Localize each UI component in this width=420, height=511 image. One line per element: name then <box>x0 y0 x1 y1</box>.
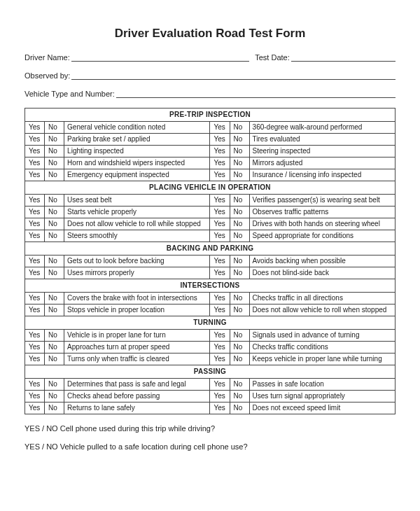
cell-yes[interactable]: Yes <box>210 169 230 181</box>
cell-yes[interactable]: Yes <box>210 379 230 391</box>
cell-item: 360-degree walk-around performed <box>249 122 395 134</box>
cell-yes[interactable]: Yes <box>25 267 45 279</box>
cell-yes[interactable]: Yes <box>210 304 230 316</box>
cell-item: Checks traffic in all directions <box>249 293 395 304</box>
cell-yes[interactable]: Yes <box>25 293 45 304</box>
cell-no[interactable]: No <box>45 330 64 342</box>
cell-no[interactable]: No <box>45 195 64 206</box>
cell-yes[interactable]: Yes <box>25 354 45 365</box>
cell-item: General vehicle condition noted <box>64 122 210 134</box>
cell-yes[interactable]: Yes <box>210 354 230 365</box>
cell-item: Returns to lane safely <box>64 402 210 414</box>
cell-no[interactable]: No <box>45 354 64 365</box>
cell-yes[interactable]: Yes <box>210 293 230 304</box>
form-title: Driver Evaluation Road Test Form <box>24 27 396 41</box>
cell-yes[interactable]: Yes <box>210 342 230 354</box>
cell-yes[interactable]: Yes <box>25 146 45 158</box>
cell-no[interactable]: No <box>45 158 64 169</box>
cell-no[interactable]: No <box>230 342 249 354</box>
cell-yes[interactable]: Yes <box>210 218 230 230</box>
table-row: YesNoStops vehicle in proper locationYes… <box>25 304 396 316</box>
cell-no[interactable]: No <box>230 230 249 242</box>
cell-item: Checks traffic conditions <box>249 342 395 354</box>
cell-no[interactable]: No <box>230 255 249 267</box>
cell-yes[interactable]: Yes <box>210 255 230 267</box>
input-observed-by[interactable] <box>71 71 396 80</box>
cell-no[interactable]: No <box>230 391 249 402</box>
cell-yes[interactable]: Yes <box>25 158 45 169</box>
cell-no[interactable]: No <box>45 255 64 267</box>
cell-no[interactable]: No <box>230 304 249 316</box>
cell-item: Approaches turn at proper speed <box>64 342 210 354</box>
evaluation-table: PRE-TRIP INSPECTIONYesNoGeneral vehicle … <box>24 108 396 414</box>
cell-yes[interactable]: Yes <box>210 330 230 342</box>
cell-no[interactable]: No <box>230 267 249 279</box>
cell-no[interactable]: No <box>45 293 64 304</box>
cell-no[interactable]: No <box>45 379 64 391</box>
cell-no[interactable]: No <box>230 402 249 414</box>
cell-yes[interactable]: Yes <box>25 122 45 134</box>
cell-no[interactable]: No <box>230 195 249 206</box>
cell-yes[interactable]: Yes <box>25 379 45 391</box>
cell-yes[interactable]: Yes <box>210 206 230 218</box>
cell-no[interactable]: No <box>230 293 249 304</box>
cell-yes[interactable]: Yes <box>25 206 45 218</box>
cell-yes[interactable]: Yes <box>25 304 45 316</box>
cell-yes[interactable]: Yes <box>210 402 230 414</box>
cell-yes[interactable]: Yes <box>210 122 230 134</box>
cell-no[interactable]: No <box>230 379 249 391</box>
cell-yes[interactable]: Yes <box>25 255 45 267</box>
row-driver-date: Driver Name: Test Date: <box>24 53 396 62</box>
table-row: YesNoTurns only when traffic is clearedY… <box>25 354 396 365</box>
cell-yes[interactable]: Yes <box>25 218 45 230</box>
question-cell-phone-used[interactable]: YES / NO Cell phone used during this tri… <box>24 424 396 433</box>
table-row: YesNoHorn and windshield wipers inspecte… <box>25 158 396 169</box>
cell-yes[interactable]: Yes <box>210 146 230 158</box>
cell-yes[interactable]: Yes <box>210 391 230 402</box>
cell-yes[interactable]: Yes <box>210 134 230 146</box>
cell-yes[interactable]: Yes <box>210 267 230 279</box>
cell-yes[interactable]: Yes <box>25 391 45 402</box>
cell-yes[interactable]: Yes <box>210 158 230 169</box>
cell-no[interactable]: No <box>45 267 64 279</box>
cell-yes[interactable]: Yes <box>210 195 230 206</box>
input-vehicle[interactable] <box>116 90 396 98</box>
cell-no[interactable]: No <box>45 342 64 354</box>
cell-no[interactable]: No <box>230 158 249 169</box>
cell-yes[interactable]: Yes <box>25 195 45 206</box>
cell-no[interactable]: No <box>230 134 249 146</box>
cell-no[interactable]: No <box>230 146 249 158</box>
cell-no[interactable]: No <box>230 330 249 342</box>
cell-yes[interactable]: Yes <box>25 169 45 181</box>
cell-no[interactable]: No <box>45 402 64 414</box>
cell-no[interactable]: No <box>45 146 64 158</box>
input-driver-name[interactable] <box>71 53 249 62</box>
cell-yes[interactable]: Yes <box>25 134 45 146</box>
cell-no[interactable]: No <box>230 122 249 134</box>
cell-no[interactable]: No <box>230 169 249 181</box>
cell-no[interactable]: No <box>45 169 64 181</box>
input-test-date[interactable] <box>291 53 396 62</box>
footer-questions: YES / NO Cell phone used during this tri… <box>24 424 396 451</box>
cell-no[interactable]: No <box>45 206 64 218</box>
cell-no[interactable]: No <box>45 304 64 316</box>
cell-no[interactable]: No <box>45 230 64 242</box>
cell-yes[interactable]: Yes <box>25 230 45 242</box>
row-vehicle: Vehicle Type and Number: <box>24 90 396 98</box>
cell-yes[interactable]: Yes <box>25 342 45 354</box>
table-row: YesNoStarts vehicle properlyYesNoObserve… <box>25 206 396 218</box>
cell-no[interactable]: No <box>45 122 64 134</box>
cell-no[interactable]: No <box>45 391 64 402</box>
cell-no[interactable]: No <box>45 134 64 146</box>
cell-item: Signals used in advance of turning <box>249 330 395 342</box>
table-row: YesNoDoes not allow vehicle to roll whil… <box>25 218 396 230</box>
cell-yes[interactable]: Yes <box>210 230 230 242</box>
cell-yes[interactable]: Yes <box>25 330 45 342</box>
table-row: YesNoGeneral vehicle condition notedYesN… <box>25 122 396 134</box>
question-safe-location[interactable]: YES / NO Vehicle pulled to a safe locati… <box>24 442 396 451</box>
cell-no[interactable]: No <box>230 218 249 230</box>
cell-no[interactable]: No <box>230 354 249 365</box>
cell-no[interactable]: No <box>45 218 64 230</box>
cell-yes[interactable]: Yes <box>25 402 45 414</box>
cell-no[interactable]: No <box>230 206 249 218</box>
